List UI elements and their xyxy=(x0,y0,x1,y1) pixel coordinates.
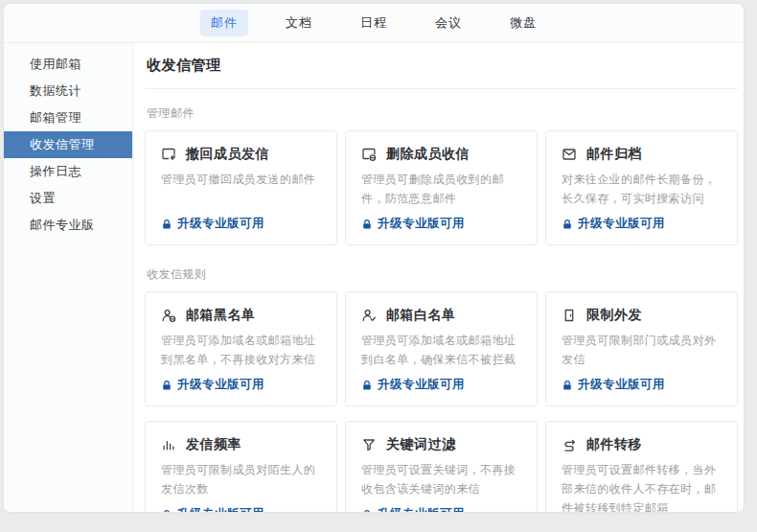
top-nav-tabs: 邮件文档日程会议微盘 xyxy=(4,4,744,43)
restrict-outgoing-icon xyxy=(562,308,577,323)
card-description: 管理员可设置关键词，不再接收包含该关键词的来信 xyxy=(361,461,521,499)
sidebar-item-2[interactable]: 数据统计 xyxy=(4,78,132,104)
card-title: 删除成员收信 xyxy=(386,146,470,163)
feature-card[interactable]: 邮件归档对来往企业的邮件长期备份，长久保存，可实时搜索访问升级专业版可用 xyxy=(545,130,738,245)
page-title: 收发信管理 xyxy=(145,51,738,89)
sidebar-nav: 使用邮箱数据统计邮箱管理收发信管理操作日志设置邮件专业版 xyxy=(4,43,133,512)
send-frequency-icon xyxy=(161,437,176,452)
lock-icon xyxy=(161,380,172,391)
feature-card[interactable]: 邮箱白名单管理员可添加域名或邮箱地址到白名单，确保来信不被拦截升级专业版可用 xyxy=(345,291,538,406)
lock-icon xyxy=(562,219,573,230)
top-tab-3[interactable]: 日程 xyxy=(350,10,398,36)
card-description: 管理员可设置邮件转移，当外部来信的收件人不存在时，邮件被转移到特定邮箱 xyxy=(562,461,722,512)
top-tab-4[interactable]: 会议 xyxy=(424,10,472,36)
top-tab-1[interactable]: 邮件 xyxy=(200,10,248,36)
card-title: 邮箱黑名单 xyxy=(186,307,256,324)
upgrade-pro-label: 升级专业版可用 xyxy=(177,506,264,512)
feature-card[interactable]: 删除成员收信管理员可删除成员收到的邮件，防范恶意邮件升级专业版可用 xyxy=(345,130,538,245)
card-grid: 撤回成员发信管理员可撤回成员发送的邮件升级专业版可用删除成员收信管理员可删除成员… xyxy=(145,130,738,245)
lock-icon xyxy=(562,380,573,391)
card-title: 发信频率 xyxy=(186,436,241,453)
card-header: 邮箱白名单 xyxy=(361,307,521,324)
lock-icon xyxy=(161,509,172,513)
mail-archive-icon xyxy=(562,147,577,162)
card-description: 管理员可限制部门或成员对外发信 xyxy=(562,332,722,370)
top-tab-5[interactable]: 微盘 xyxy=(499,10,547,36)
card-title: 邮箱白名单 xyxy=(386,307,456,324)
card-title: 限制外发 xyxy=(586,307,642,324)
card-header: 限制外发 xyxy=(562,307,722,324)
card-description: 管理员可限制成员对陌生人的发信次数 xyxy=(161,461,321,499)
sidebar-item-1[interactable]: 使用邮箱 xyxy=(4,51,132,78)
upgrade-pro-link[interactable]: 升级专业版可用 xyxy=(361,216,521,232)
app-panel: 邮件文档日程会议微盘 使用邮箱数据统计邮箱管理收发信管理操作日志设置邮件专业版 … xyxy=(3,3,745,513)
sections-container: 管理邮件撤回成员发信管理员可撤回成员发送的邮件升级专业版可用删除成员收信管理员可… xyxy=(145,89,738,512)
sidebar-item-4[interactable]: 收发信管理 xyxy=(4,131,132,158)
top-tab-2[interactable]: 文档 xyxy=(275,10,323,36)
card-description: 管理员可删除成员收到的邮件，防范恶意邮件 xyxy=(361,171,521,209)
upgrade-pro-link[interactable]: 升级专业版可用 xyxy=(161,216,321,232)
feature-card[interactable]: 撤回成员发信管理员可撤回成员发送的邮件升级专业版可用 xyxy=(145,130,337,245)
card-title: 关键词过滤 xyxy=(386,436,456,453)
card-description: 对来往企业的邮件长期备份，长久保存，可实时搜索访问 xyxy=(562,171,722,209)
feature-card[interactable]: 邮箱黑名单管理员可添加域名或邮箱地址到黑名单，不再接收对方来信升级专业版可用 xyxy=(145,291,337,406)
card-description: 管理员可撤回成员发送的邮件 xyxy=(161,171,321,190)
upgrade-pro-label: 升级专业版可用 xyxy=(378,216,465,232)
blacklist-user-icon xyxy=(161,308,176,323)
card-description: 管理员可添加域名或邮箱地址到黑名单，不再接收对方来信 xyxy=(161,332,321,370)
upgrade-pro-link[interactable]: 升级专业版可用 xyxy=(562,377,722,393)
card-header: 删除成员收信 xyxy=(361,146,521,163)
card-title: 撤回成员发信 xyxy=(186,146,269,163)
keyword-filter-icon xyxy=(361,437,377,452)
section-label: 管理邮件 xyxy=(147,105,738,122)
recall-sent-mail-icon xyxy=(161,147,176,162)
card-header: 邮箱黑名单 xyxy=(161,307,321,324)
card-title: 邮件转移 xyxy=(586,436,642,453)
section-label: 收发信规则 xyxy=(147,266,738,283)
upgrade-pro-label: 升级专业版可用 xyxy=(578,377,665,393)
app-body: 使用邮箱数据统计邮箱管理收发信管理操作日志设置邮件专业版 收发信管理 管理邮件撤… xyxy=(4,43,744,512)
card-title: 邮件归档 xyxy=(586,146,642,163)
lock-icon xyxy=(361,509,373,513)
feature-card[interactable]: 限制外发管理员可限制部门或成员对外发信升级专业版可用 xyxy=(545,291,738,406)
card-description: 管理员可添加域名或邮箱地址到白名单，确保来信不被拦截 xyxy=(361,332,521,370)
lock-icon xyxy=(161,219,172,230)
card-header: 发信频率 xyxy=(161,436,321,453)
sidebar-item-7[interactable]: 邮件专业版 xyxy=(4,212,132,239)
upgrade-pro-label: 升级专业版可用 xyxy=(578,216,665,232)
feature-card[interactable]: 关键词过滤管理员可设置关键词，不再接收包含该关键词的来信升级专业版可用 xyxy=(345,421,538,512)
feature-card[interactable]: 邮件转移管理员可设置邮件转移，当外部来信的收件人不存在时，邮件被转移到特定邮箱升… xyxy=(545,421,738,512)
sidebar-item-3[interactable]: 邮箱管理 xyxy=(4,104,132,131)
whitelist-user-icon xyxy=(361,308,377,323)
mail-transfer-icon xyxy=(562,437,577,452)
sidebar-item-6[interactable]: 设置 xyxy=(4,185,132,212)
delete-received-mail-icon xyxy=(361,147,377,162)
lock-icon xyxy=(361,219,373,230)
card-header: 撤回成员发信 xyxy=(161,146,321,163)
main-content: 收发信管理 管理邮件撤回成员发信管理员可撤回成员发送的邮件升级专业版可用删除成员… xyxy=(133,43,744,512)
lock-icon xyxy=(361,380,373,391)
card-header: 关键词过滤 xyxy=(361,436,521,453)
upgrade-pro-link[interactable]: 升级专业版可用 xyxy=(361,377,521,393)
card-grid: 邮箱黑名单管理员可添加域名或邮箱地址到黑名单，不再接收对方来信升级专业版可用邮箱… xyxy=(145,291,738,512)
upgrade-pro-label: 升级专业版可用 xyxy=(177,377,264,393)
upgrade-pro-link[interactable]: 升级专业版可用 xyxy=(161,377,321,393)
feature-card[interactable]: 发信频率管理员可限制成员对陌生人的发信次数升级专业版可用 xyxy=(145,421,337,512)
upgrade-pro-label: 升级专业版可用 xyxy=(378,377,465,393)
upgrade-pro-label: 升级专业版可用 xyxy=(378,506,465,512)
sidebar-item-5[interactable]: 操作日志 xyxy=(4,158,132,185)
upgrade-pro-link[interactable]: 升级专业版可用 xyxy=(562,216,722,232)
card-header: 邮件转移 xyxy=(562,436,722,453)
upgrade-pro-link[interactable]: 升级专业版可用 xyxy=(161,506,321,512)
card-header: 邮件归档 xyxy=(562,146,722,163)
upgrade-pro-label: 升级专业版可用 xyxy=(177,216,264,232)
upgrade-pro-link[interactable]: 升级专业版可用 xyxy=(361,506,521,512)
